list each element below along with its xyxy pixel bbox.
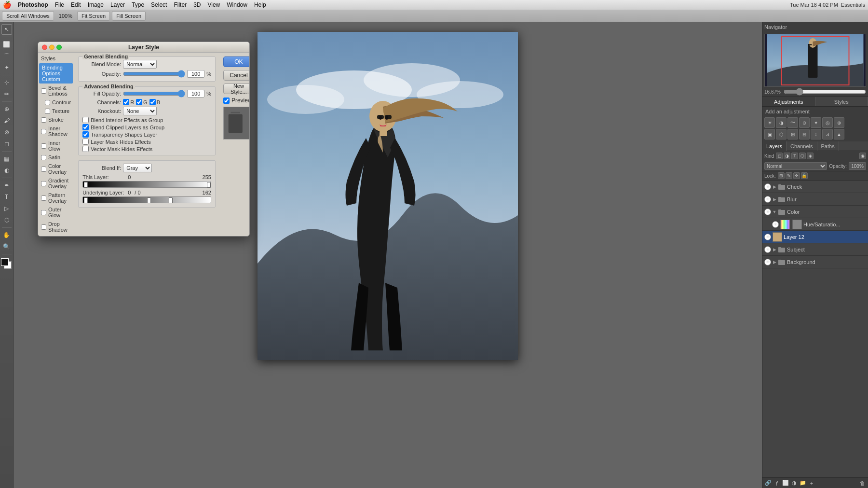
layers-tab-paths[interactable]: Paths [817,141,839,151]
underlying-right-thumb[interactable] [169,197,173,203]
scroll-all-btn[interactable]: Scroll All Windows [2,11,54,21]
tool-crop[interactable]: ⊹ [1,77,12,88]
tool-lasso[interactable]: ⌒ [1,51,12,61]
style-item-color-overlay[interactable]: Color Overlay [38,162,74,176]
tool-shape[interactable]: ⬡ [1,215,12,225]
menu-view[interactable]: View [204,0,223,10]
tool-brush[interactable]: 🖌 [1,115,12,126]
adj-icon-exposure[interactable]: ⊙ [799,117,810,128]
tool-move[interactable]: ↖ [1,24,12,35]
menu-3d[interactable]: 3D [190,0,204,10]
adj-icon-posterize[interactable]: ⊿ [822,129,833,139]
layer-vis-layer12[interactable]: 👁 [764,234,771,240]
layer-arrow-background[interactable]: ▶ [773,260,776,264]
transparency-shapes-checkbox[interactable] [82,131,89,138]
layer-mask-checkbox[interactable] [82,139,89,145]
minimize-button[interactable] [49,44,54,50]
menu-type[interactable]: Type [128,0,148,10]
outer-glow-checkbox[interactable] [41,210,46,215]
delete-layer-btn[interactable]: 🗑 [858,479,866,487]
menu-edit[interactable]: Edit [68,0,84,10]
add-style-btn[interactable]: ƒ [773,479,781,487]
underlying-mid-thumb[interactable] [147,197,151,203]
layer-vis-color-group[interactable]: 👁 [764,209,771,215]
drop-shadow-checkbox[interactable] [41,224,46,230]
fit-screen-btn1[interactable]: Fit Screen [77,11,110,21]
style-item-inner-shadow[interactable]: Inner Shadow [38,124,74,139]
menu-photoshop[interactable]: Photoshop [14,0,52,10]
tool-dodge[interactable]: ◐ [1,165,12,176]
menu-image[interactable]: Image [84,0,107,10]
lock-transparent-icon[interactable]: ⊞ [778,172,785,179]
tool-type[interactable]: T [1,192,12,202]
layer-vis-hue-sat[interactable]: 👁 [772,221,779,228]
layer-item-blur[interactable]: 👁 ▶ Blur [762,193,868,206]
close-button[interactable] [42,44,47,50]
this-layer-right-thumb[interactable] [207,182,211,188]
style-item-satin[interactable]: Satin [38,153,74,162]
pattern-overlay-checkbox[interactable] [41,195,46,201]
new-layer-btn[interactable]: + [808,479,815,487]
contour-checkbox[interactable] [45,100,50,105]
adj-icon-invert[interactable]: ↕ [811,129,821,139]
tool-heal[interactable]: ⊕ [1,104,12,114]
inner-shadow-checkbox[interactable] [41,129,46,134]
satin-checkbox[interactable] [41,155,46,160]
layer-arrow-color-group[interactable]: ▼ [773,210,776,214]
texture-checkbox[interactable] [45,109,50,114]
adj-icon-threshold[interactable]: ▲ [834,129,844,139]
tool-path[interactable]: ▷ [1,203,12,214]
adj-icon-photo-filter[interactable]: ⬡ [776,129,787,139]
layer-item-color-group[interactable]: 👁 ▼ Color [762,206,868,218]
color-overlay-checkbox[interactable] [41,167,46,172]
style-item-pattern-overlay[interactable]: Pattern Overlay [38,191,74,205]
filter-icon-shape[interactable]: ⬡ [799,153,806,159]
adj-icon-black-white[interactable]: ▣ [764,129,775,139]
add-mask-btn[interactable]: ⬜ [782,479,789,487]
layer-arrow-subject[interactable]: ▶ [773,248,776,251]
tool-gradient[interactable]: ▦ [1,153,12,164]
tool-eyedropper[interactable]: ✏ [1,89,12,99]
tool-clone[interactable]: ⊗ [1,127,12,138]
adj-icon-color-lookup[interactable]: ⊟ [799,129,810,139]
adj-icon-curves[interactable]: 〜 [787,117,798,128]
filter-icon-smart[interactable]: ◈ [807,153,814,159]
underlying-layer-gradient-slider[interactable] [82,196,211,203]
lock-pixels-icon[interactable]: ✎ [786,172,792,179]
cancel-button[interactable]: Cancel [223,70,250,81]
opacity-input[interactable] [187,70,204,78]
lock-position-icon[interactable]: ✛ [793,172,800,179]
filter-icon-adjustment[interactable]: ◑ [784,153,790,159]
menu-layer[interactable]: Layer [107,0,128,10]
style-item-gradient-overlay[interactable]: Gradient Overlay [38,176,74,191]
foreground-color-swatch[interactable] [1,258,9,266]
blend-if-select[interactable]: Gray [123,164,152,172]
layers-filter-toggle[interactable]: ◉ [859,153,866,159]
style-item-contour[interactable]: Contour [38,98,74,107]
stroke-checkbox[interactable] [41,117,46,123]
layer-item-hue-sat[interactable]: 👁 Hue/Saturatio... [762,218,868,231]
layer-item-background[interactable]: 👁 ▶ Background [762,256,868,268]
this-layer-gradient-slider[interactable] [82,181,211,188]
layer-arrow-blur[interactable]: ▶ [773,197,776,201]
lock-all-icon[interactable]: 🔒 [801,172,808,179]
preview-checkbox[interactable] [223,98,230,104]
adj-icon-contrast[interactable]: ◑ [776,117,787,128]
layer-vis-blur[interactable]: 👁 [764,196,771,203]
style-item-drop-shadow[interactable]: Drop Shadow [38,220,74,234]
tool-eraser[interactable]: ◻ [1,139,12,149]
style-item-outer-glow[interactable]: Outer Glow [38,205,74,220]
fill-opacity-input[interactable] [187,90,204,98]
link-layers-btn[interactable]: 🔗 [764,479,772,487]
fill-screen-btn[interactable]: Fill Screen [112,11,146,21]
underlying-left-thumb[interactable] [84,197,88,203]
menu-window[interactable]: Window [223,0,251,10]
adj-tab-styles[interactable]: Styles [815,97,868,106]
channel-r-checkbox[interactable] [123,99,129,105]
knockout-select[interactable]: None [123,107,157,115]
gradient-overlay-checkbox[interactable] [41,181,46,186]
layer-item-subject[interactable]: 👁 ▶ Subject [762,243,868,256]
layers-opacity-input[interactable] [849,162,866,170]
tool-pen[interactable]: ✒ [1,180,12,191]
style-item-texture[interactable]: Texture [38,107,74,115]
